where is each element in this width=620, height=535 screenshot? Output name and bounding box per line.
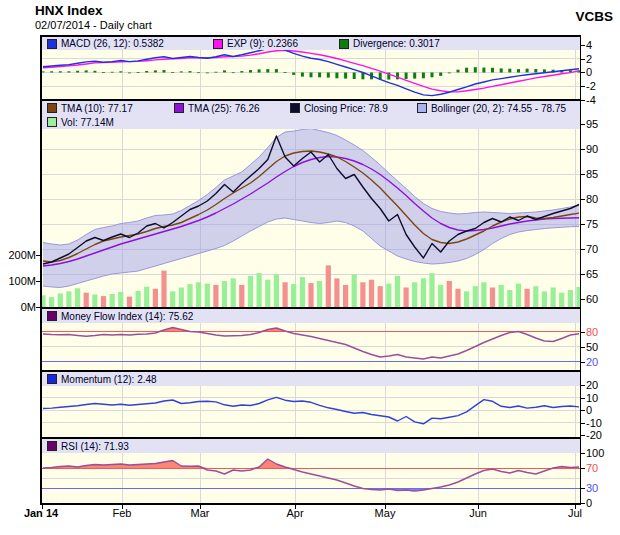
y-axis-label: 100	[586, 447, 604, 459]
divergence-bar	[223, 70, 226, 72]
legend-item: Divergence: 0.3017	[339, 38, 440, 49]
y-axis-label: 50	[586, 341, 598, 353]
volume-bar	[187, 284, 192, 307]
divergence-bar	[465, 68, 468, 73]
momentum-12-line	[43, 397, 579, 424]
divergence-bar	[197, 72, 200, 73]
volume-bar	[92, 295, 97, 308]
divergence-bar	[405, 73, 408, 80]
legend-item: Vol: 77.14M	[47, 117, 114, 128]
y-axis-tick	[581, 385, 585, 386]
y-axis-label: 20	[586, 356, 598, 368]
legend-color-swatch	[339, 39, 349, 49]
volume-bar	[551, 288, 556, 308]
divergence-bar	[422, 73, 425, 79]
legend-item: EXP (9): 0.2366	[213, 38, 325, 49]
divergence-bar	[526, 69, 529, 73]
volume-bar	[308, 283, 313, 307]
legend-color-swatch	[47, 39, 57, 49]
legend-color-swatch	[213, 39, 223, 49]
y-axis-tick	[581, 45, 585, 46]
y-axis-label: 90	[586, 143, 598, 155]
volume-bar	[490, 288, 495, 308]
volume-bar	[473, 286, 478, 307]
volume-bar	[274, 275, 279, 308]
y-axis-tick	[581, 249, 585, 250]
price-legend-row1: TMA (10): 77.17TMA (25): 76.26Closing Pr…	[42, 101, 580, 115]
divergence-bar	[335, 73, 338, 79]
y-axis-label: 2	[586, 53, 592, 65]
divergence-bar	[491, 68, 494, 73]
y-axis-tick	[581, 347, 585, 348]
divergence-bar	[508, 69, 511, 73]
volume-bar	[429, 273, 434, 307]
divergence-bar	[189, 71, 192, 72]
y-axis-label: -20	[586, 429, 602, 441]
volume-bar	[404, 288, 409, 308]
x-axis-label: May	[375, 507, 396, 520]
page-title: HNX Index	[35, 3, 103, 18]
y-axis-label: 70	[586, 462, 598, 474]
volume-bar	[84, 293, 89, 307]
chart-page: HNX Index 02/07/2014 - Daily chart VCBS …	[0, 0, 620, 535]
volume-bar	[42, 295, 46, 307]
y-axis-tick	[581, 274, 585, 275]
y-axis-tick	[581, 398, 585, 399]
y-axis-label: 0	[586, 66, 592, 78]
volume-bar	[542, 291, 547, 307]
volume-bar	[66, 291, 71, 307]
y-axis-label: 95	[586, 118, 598, 130]
legend-color-swatch	[47, 117, 57, 127]
legend-label: Divergence: 0.3017	[353, 38, 440, 49]
divergence-bar	[42, 71, 45, 72]
divergence-bar	[474, 67, 477, 72]
money-flow-index-14-line	[43, 328, 579, 360]
divergence-bar	[517, 69, 520, 72]
rsi-panel: RSI (14): 71.93	[40, 437, 581, 505]
volume-bar	[412, 282, 417, 307]
y-axis-tick	[581, 503, 585, 504]
y-axis-label: 65	[586, 268, 598, 280]
volume-axis-tick	[36, 281, 40, 282]
legend-item: Momentum (12): 2.48	[47, 374, 157, 385]
y-axis-tick	[581, 149, 585, 150]
divergence-bar	[318, 73, 321, 78]
legend-item: MACD (26, 12): 0.5382	[47, 38, 199, 49]
y-axis-tick	[581, 86, 585, 87]
divergence-bar	[353, 73, 356, 80]
mfi-legend: Money Flow Index (14): 75.62	[42, 309, 580, 323]
rsi-14-line	[43, 459, 579, 491]
volume-bar	[49, 297, 54, 307]
legend-item: TMA (25): 76.26	[174, 103, 276, 114]
y-axis-tick	[581, 453, 585, 454]
x-axis-label: Jul	[568, 507, 582, 520]
legend-label: Vol: 77.14M	[61, 117, 114, 128]
volume-bar	[447, 281, 452, 307]
volume-bar	[464, 291, 469, 307]
y-axis-tick	[581, 72, 585, 73]
divergence-bar	[275, 69, 278, 72]
legend-label: Momentum (12): 2.48	[61, 374, 157, 385]
rsi-legend: RSI (14): 71.93	[42, 439, 580, 453]
volume-bar	[326, 265, 331, 307]
volume-bar	[110, 294, 115, 307]
divergence-bar	[128, 73, 131, 74]
divergence-bar	[284, 72, 287, 73]
volume-bar	[291, 284, 296, 307]
volume-bar	[352, 275, 357, 308]
volume-bar	[481, 282, 486, 307]
volume-bar	[239, 285, 244, 307]
volume-bar	[265, 280, 270, 307]
y-axis-label: -4	[586, 94, 596, 106]
volume-bar	[101, 296, 106, 307]
legend-color-swatch	[47, 374, 57, 384]
volume-bar	[334, 278, 339, 307]
y-axis-tick	[581, 174, 585, 175]
volume-bar	[421, 278, 426, 307]
legend-item: Closing Price: 78.9	[290, 103, 403, 114]
divergence-bar	[206, 73, 209, 74]
divergence-bar	[67, 71, 70, 72]
legend-item: TMA (10): 77.17	[47, 103, 160, 114]
x-axis-label: Feb	[113, 507, 132, 520]
volume-bar	[144, 287, 149, 307]
